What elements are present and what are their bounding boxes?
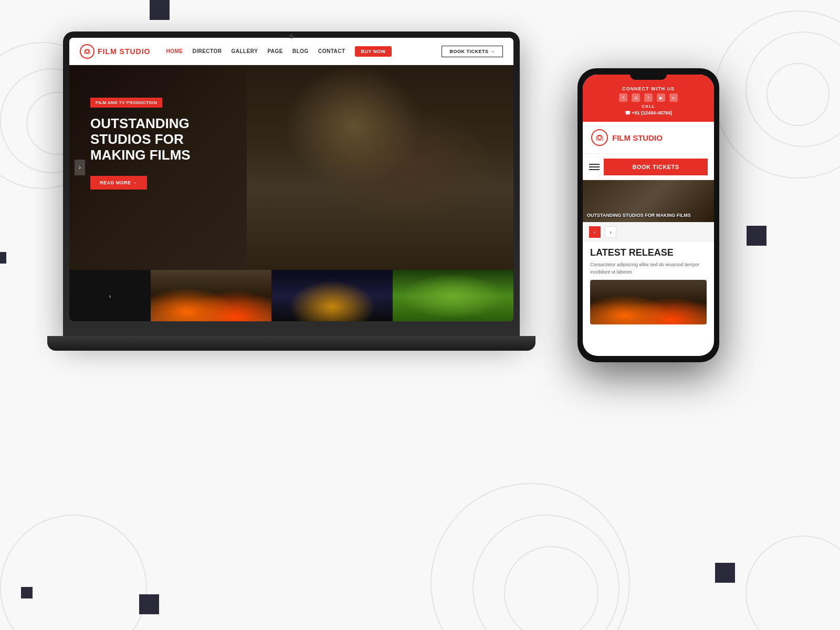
laptop-frame: FILM STUDIO HOME DIRECTOR GALLERY PAGE B…: [63, 32, 520, 336]
latest-release-title: LATEST RELEASE: [590, 247, 707, 258]
laptop-camera: [289, 34, 293, 38]
linkedin-icon[interactable]: in: [669, 93, 678, 102]
nav-blog[interactable]: BLOG: [292, 48, 309, 54]
book-tickets-button[interactable]: BOOK TICKETS →: [442, 46, 503, 57]
thumb-dark: ›: [69, 270, 151, 321]
phone-device: CONNECT WITH US 𝕏 ◎ f ▶ in CALL ☎ +81 (1…: [578, 68, 719, 362]
thumbnail-strip: ›: [69, 270, 513, 321]
hero-title: OUTSTANDING STUDIOS FOR MAKING FILMS: [90, 116, 227, 163]
phone-nav-row: BOOK TICKETS: [583, 154, 714, 180]
buy-now-button[interactable]: BUY NOW: [355, 46, 392, 57]
phone-book-tickets-button[interactable]: BOOK TICKETS: [604, 159, 708, 175]
nav-gallery[interactable]: GALLERY: [231, 48, 258, 54]
twitter-icon[interactable]: 𝕏: [619, 93, 627, 102]
phone-logo-text: FILM STUDIO: [612, 133, 663, 142]
phone-next-arrow[interactable]: ›: [605, 226, 616, 238]
thumb-soccer[interactable]: [393, 270, 513, 321]
phone-logo-row: FILM STUDIO: [583, 122, 714, 154]
phone-logo-icon: [591, 129, 608, 146]
svg-point-1: [598, 136, 602, 140]
deco-square-1: [150, 0, 170, 20]
hero-tag: FILM AND TV PRODUCTION: [90, 98, 162, 108]
youtube-icon[interactable]: ▶: [657, 93, 665, 102]
phone-hero: OUTSTANDING STUDIOS FOR MAKING FILMS: [583, 180, 714, 222]
facebook-icon[interactable]: f: [644, 93, 653, 102]
website-navbar: FILM STUDIO HOME DIRECTOR GALLERY PAGE B…: [69, 38, 513, 65]
deco-square-4: [139, 594, 159, 614]
phone-prev-arrow[interactable]: ‹: [589, 226, 601, 238]
deco-square-5: [747, 226, 766, 246]
latest-release-section: LATEST RELEASE Consectetur adipiscing el…: [583, 242, 714, 330]
thumb-football[interactable]: [271, 270, 392, 321]
nav-links: HOME DIRECTOR GALLERY PAGE BLOG CONTACT …: [166, 46, 442, 57]
logo-text: FILM STUDIO: [98, 47, 150, 56]
logo-camera-icon: [80, 44, 94, 59]
laptop-base: [47, 336, 536, 351]
hero-prev-arrow[interactable]: ›: [75, 160, 85, 175]
deco-square-2: [0, 252, 6, 264]
social-icons: 𝕏 ◎ f ▶ in: [591, 93, 706, 102]
svg-point-0: [86, 50, 89, 53]
phone-screen: CONNECT WITH US 𝕏 ◎ f ▶ in CALL ☎ +81 (1…: [583, 75, 714, 356]
deco-square-3: [21, 587, 33, 598]
hero-section: FILM AND TV PRODUCTION OUTSTANDING STUDI…: [69, 65, 513, 270]
hero-content: FILM AND TV PRODUCTION OUTSTANDING STUDI…: [90, 97, 227, 190]
instagram-icon[interactable]: ◎: [632, 93, 640, 102]
strip-next-arrow[interactable]: ›: [109, 293, 111, 299]
thumb-soldier[interactable]: [151, 270, 271, 321]
phone-arrows-row: ‹ ›: [583, 222, 714, 242]
call-label: CALL: [591, 104, 706, 109]
nav-page[interactable]: PAGE: [267, 48, 283, 54]
hamburger-menu[interactable]: [589, 164, 600, 170]
nav-home[interactable]: HOME: [166, 48, 183, 54]
nav-contact[interactable]: CONTACT: [318, 48, 345, 54]
laptop-screen: FILM STUDIO HOME DIRECTOR GALLERY PAGE B…: [69, 38, 513, 321]
connect-text: CONNECT WITH US: [591, 86, 706, 91]
hamburger-line-3: [589, 169, 600, 170]
phone-frame: CONNECT WITH US 𝕏 ◎ f ▶ in CALL ☎ +81 (1…: [578, 68, 719, 362]
phone-number: ☎ +81 (12456-45784): [591, 110, 706, 116]
laptop-device: FILM STUDIO HOME DIRECTOR GALLERY PAGE B…: [63, 32, 530, 357]
deco-square-6: [715, 563, 735, 583]
latest-release-desc: Consectetur adipiscing elitw sed do eius…: [590, 261, 707, 276]
phone-notch: [630, 75, 667, 80]
nav-director[interactable]: DIRECTOR: [192, 48, 222, 54]
phone-thumb-image: [590, 280, 707, 324]
hamburger-line-1: [589, 164, 600, 165]
read-more-button[interactable]: READ MORE →: [90, 176, 147, 190]
laptop-logo: FILM STUDIO: [80, 44, 150, 59]
phone-top-bar: CONNECT WITH US 𝕏 ◎ f ▶ in CALL ☎ +81 (1…: [583, 75, 714, 122]
phone-hero-text: OUTSTANDING STUDIOS FOR MAKING FILMS: [587, 213, 691, 218]
hamburger-line-2: [589, 166, 600, 167]
